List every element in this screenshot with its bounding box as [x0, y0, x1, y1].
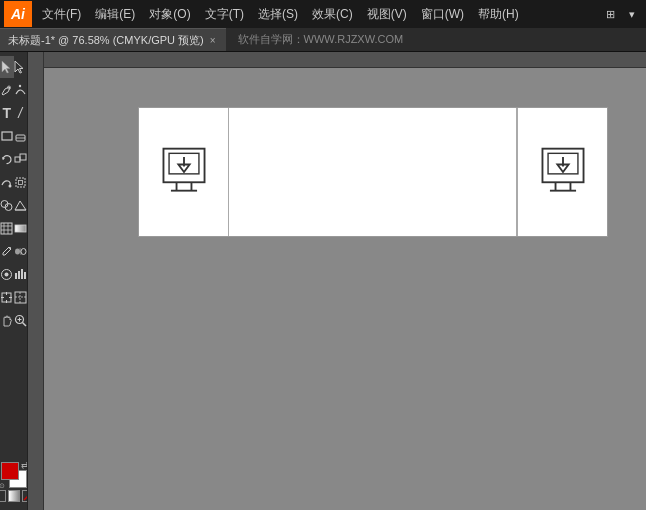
svg-point-28 [5, 272, 9, 276]
gradient-tool[interactable] [14, 217, 28, 239]
menu-view[interactable]: 视图(V) [361, 4, 413, 25]
curvature-tool[interactable] [14, 79, 28, 101]
rotate-tool[interactable] [0, 148, 14, 170]
perspective-tool[interactable] [14, 194, 28, 216]
mesh-tool[interactable] [0, 217, 14, 239]
svg-marker-15 [15, 201, 26, 210]
grid-view-button[interactable]: ⊞ [600, 4, 620, 24]
menu-object[interactable]: 对象(O) [143, 4, 196, 25]
shape-tool-group [0, 125, 27, 147]
warp-tool-group [0, 171, 27, 193]
color-swatches: ⇄ ⊙ [1, 462, 27, 488]
free-transform-tool[interactable] [14, 171, 28, 193]
menu-effect[interactable]: 效果(C) [306, 4, 359, 25]
svg-rect-31 [21, 269, 23, 279]
svg-rect-11 [16, 178, 25, 187]
symbol-tool-group [0, 263, 27, 285]
artboard-cell-left [139, 108, 229, 236]
vertical-ruler [28, 52, 44, 510]
menu-bar: 文件(F) 编辑(E) 对象(O) 文字(T) 选择(S) 效果(C) 视图(V… [36, 4, 600, 25]
artboard-tool-group [0, 286, 27, 308]
tab-watermark: 软件自学网：WWW.RJZXW.COM [238, 28, 404, 51]
type-tool[interactable]: T [0, 102, 14, 124]
select-tool-group [0, 56, 27, 78]
zoom-tool[interactable] [14, 309, 28, 331]
svg-line-42 [22, 322, 26, 326]
mesh-tool-group [0, 217, 27, 239]
svg-marker-0 [2, 61, 10, 73]
svg-point-3 [19, 84, 21, 86]
svg-rect-38 [15, 292, 26, 303]
eraser-tool[interactable] [14, 125, 28, 147]
svg-rect-22 [15, 225, 26, 232]
svg-rect-12 [18, 180, 22, 184]
artboard-tool[interactable] [0, 286, 14, 308]
svg-rect-9 [20, 154, 26, 160]
tab-bar: 未标题-1* @ 76.58% (CMYK/GPU 预览) × 软件自学网：WW… [0, 28, 646, 52]
menu-text[interactable]: 文字(T) [199, 4, 250, 25]
eyedropper-tool[interactable] [0, 240, 14, 262]
artboard-icon-left [156, 144, 212, 200]
artboard-cell-right [517, 108, 607, 236]
svg-marker-1 [15, 61, 23, 73]
graph-tool[interactable] [14, 263, 28, 285]
reset-colors-icon[interactable]: ⊙ [0, 482, 7, 490]
svg-point-24 [15, 248, 20, 254]
scale-tool[interactable] [14, 148, 28, 170]
warp-tool[interactable] [0, 171, 14, 193]
svg-point-10 [9, 184, 12, 187]
horizontal-ruler [28, 52, 646, 68]
pen-tool[interactable] [0, 79, 14, 101]
window-controls: ⊞ ▾ [600, 4, 642, 24]
swap-colors-icon[interactable]: ⇄ [21, 460, 29, 470]
svg-point-25 [21, 248, 26, 254]
menu-window[interactable]: 窗口(W) [415, 4, 470, 25]
foreground-color-swatch[interactable] [1, 462, 19, 480]
transform-tool-group [0, 148, 27, 170]
canvas-area [28, 52, 646, 510]
chevron-down-icon[interactable]: ▾ [622, 4, 642, 24]
svg-rect-29 [15, 273, 17, 279]
select-tool[interactable] [0, 56, 14, 78]
hand-tool[interactable] [0, 309, 14, 331]
direct-select-tool[interactable] [14, 56, 28, 78]
color-mode-icons [0, 490, 28, 502]
svg-rect-30 [18, 271, 20, 279]
symbol-tool[interactable] [0, 263, 14, 285]
color-section: ⇄ ⊙ [0, 462, 28, 506]
menu-file[interactable]: 文件(F) [36, 4, 87, 25]
shape-builder-tool[interactable] [0, 194, 14, 216]
artboard-cell-middle [229, 108, 517, 236]
slice-tool[interactable] [14, 286, 28, 308]
gradient-fill-icon[interactable] [8, 490, 20, 502]
toolbar: T / [0, 52, 28, 510]
svg-rect-8 [15, 157, 20, 162]
menu-help[interactable]: 帮助(H) [472, 4, 525, 25]
pen-tool-group [0, 79, 27, 101]
svg-point-23 [9, 247, 11, 249]
menu-edit[interactable]: 编辑(E) [89, 4, 141, 25]
color-fill-icon[interactable] [0, 490, 6, 502]
tab-label: 未标题-1* @ 76.58% (CMYK/GPU 预览) [8, 33, 204, 48]
artboard [138, 107, 608, 237]
blend-tool[interactable] [14, 240, 28, 262]
tab-close-button[interactable]: × [208, 34, 218, 47]
menu-select[interactable]: 选择(S) [252, 4, 304, 25]
main-area: T / [0, 52, 646, 510]
hand-zoom-tool-group [0, 309, 27, 331]
svg-rect-21 [1, 223, 12, 234]
line-tool[interactable]: / [14, 102, 28, 124]
shapebuilder-tool-group [0, 194, 27, 216]
rect-tool[interactable] [0, 125, 14, 147]
eyedropper-tool-group [0, 240, 27, 262]
artboard-icon-right [535, 144, 591, 200]
app-logo: Ai [4, 1, 32, 27]
active-tab[interactable]: 未标题-1* @ 76.58% (CMYK/GPU 预览) × [0, 28, 226, 51]
svg-rect-32 [24, 272, 26, 279]
type-tool-group: T / [0, 102, 27, 124]
title-bar: Ai 文件(F) 编辑(E) 对象(O) 文字(T) 选择(S) 效果(C) 视… [0, 0, 646, 28]
svg-rect-4 [2, 132, 12, 140]
